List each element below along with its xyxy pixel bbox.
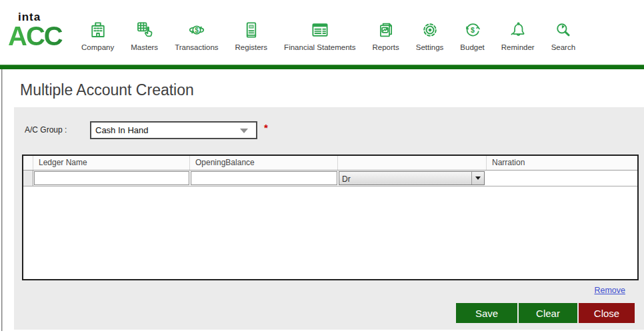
nav-label: Search bbox=[551, 43, 575, 51]
register-book-icon bbox=[241, 19, 261, 40]
header-row-selector bbox=[23, 156, 33, 170]
dollar-cycle-icon: $ bbox=[463, 19, 483, 40]
nav-label: Reminder bbox=[501, 43, 535, 51]
required-asterisk: * bbox=[264, 122, 268, 133]
bell-icon bbox=[508, 19, 528, 40]
app-window: inta ACC Company bbox=[0, 0, 644, 333]
nav-item-reports[interactable]: Reports bbox=[373, 19, 399, 51]
svg-text:$: $ bbox=[195, 27, 199, 34]
nav-label: Registers bbox=[235, 43, 268, 51]
keypad-hand-icon bbox=[135, 19, 155, 40]
row-selector-cell[interactable] bbox=[23, 170, 33, 186]
money-exchange-icon: $ bbox=[187, 19, 207, 40]
magnifier-icon bbox=[553, 19, 573, 40]
nav-item-financial-statements[interactable]: Financial Statements bbox=[284, 19, 355, 51]
page-title: Multiple Account Creation bbox=[20, 81, 194, 99]
nav-item-masters[interactable]: Masters bbox=[131, 19, 158, 51]
ledger-name-input[interactable] bbox=[34, 171, 189, 185]
nav-label: Settings bbox=[416, 43, 444, 51]
drcr-dropdown[interactable]: Dr bbox=[339, 171, 485, 185]
chevron-down-icon bbox=[475, 176, 481, 180]
remove-link[interactable]: Remove bbox=[594, 286, 625, 295]
ac-group-label: A/C Group : bbox=[25, 125, 67, 135]
ledger-table: Ledger Name OpeningBalance Narration Dr bbox=[22, 155, 639, 280]
drcr-selected-value: Dr bbox=[339, 172, 471, 184]
header-narration: Narration bbox=[487, 156, 637, 170]
chevron-down-icon bbox=[240, 129, 248, 133]
ac-group-selected-value: Cash In Hand bbox=[95, 125, 149, 135]
clear-button[interactable]: Clear bbox=[519, 303, 577, 323]
nav-label: Masters bbox=[131, 43, 158, 51]
header-ledger-name: Ledger Name bbox=[33, 156, 190, 170]
narration-input[interactable] bbox=[487, 171, 637, 185]
nav-label: Reports bbox=[373, 43, 399, 51]
company-building-icon bbox=[88, 19, 108, 40]
close-button[interactable]: Close bbox=[579, 303, 635, 323]
window-left-border bbox=[1, 69, 3, 331]
report-chart-icon bbox=[376, 19, 396, 40]
header-drcr bbox=[338, 156, 487, 170]
gear-icon bbox=[420, 19, 440, 40]
nav-item-reminder[interactable]: Reminder bbox=[501, 19, 535, 51]
save-button[interactable]: Save bbox=[456, 303, 517, 323]
nav-label: Budget bbox=[460, 43, 484, 51]
narration-cell bbox=[487, 170, 637, 186]
intaacc-logo[interactable]: inta ACC bbox=[8, 11, 78, 48]
svg-text:$: $ bbox=[471, 26, 475, 34]
nav-label: Financial Statements bbox=[284, 43, 355, 51]
statement-table-icon bbox=[310, 19, 330, 40]
header-divider-bar bbox=[0, 65, 644, 69]
nav-item-settings[interactable]: Settings bbox=[416, 19, 444, 51]
drcr-dropdown-button[interactable] bbox=[471, 172, 484, 184]
top-nav: Company Masters $ bbox=[81, 19, 575, 51]
nav-label: Transactions bbox=[175, 43, 218, 51]
table-row: Dr bbox=[23, 170, 637, 186]
logo-text-acc: ACC bbox=[8, 24, 78, 48]
opening-balance-input[interactable] bbox=[191, 171, 337, 185]
nav-item-company[interactable]: Company bbox=[81, 19, 114, 51]
nav-label: Company bbox=[81, 43, 114, 51]
table-header-row: Ledger Name OpeningBalance Narration bbox=[23, 156, 637, 170]
nav-item-budget[interactable]: $ Budget bbox=[460, 19, 484, 51]
opening-balance-cell bbox=[190, 170, 338, 186]
drcr-cell: Dr bbox=[338, 170, 487, 186]
nav-item-registers[interactable]: Registers bbox=[235, 19, 268, 51]
ledger-name-cell bbox=[33, 170, 190, 186]
nav-item-search[interactable]: Search bbox=[551, 19, 575, 51]
header-opening-balance: OpeningBalance bbox=[190, 156, 338, 170]
nav-item-transactions[interactable]: $ Transactions bbox=[175, 19, 218, 51]
ac-group-dropdown[interactable]: Cash In Hand bbox=[90, 121, 257, 139]
